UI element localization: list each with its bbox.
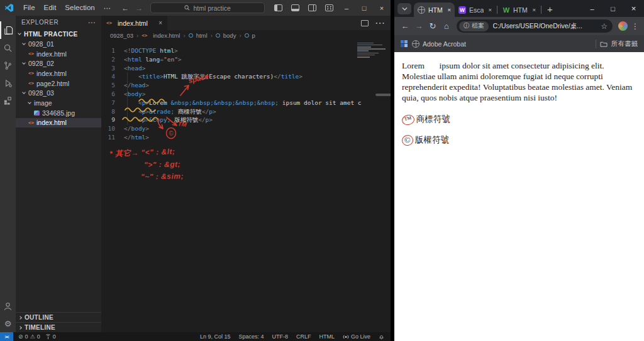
tree-item-image[interactable]: image <box>16 98 101 108</box>
tree-item-index.html[interactable]: <>index.html <box>16 49 101 59</box>
tree-root-html-practice[interactable]: HTML PRACTICE <box>16 29 101 39</box>
tree-item-334685.jpg[interactable]: 334685.jpg <box>16 108 101 118</box>
close-tab-icon[interactable]: × <box>447 6 451 13</box>
code-line-6[interactable]: 6<body> <box>101 90 391 99</box>
browser-tab-strip: HTM×WEsca×WHTM× + – □ × <box>394 0 644 17</box>
forward-arrow-icon[interactable]: → <box>135 4 143 13</box>
ports-indicator[interactable]: 0 <box>45 333 56 340</box>
line-number: 5 <box>101 81 115 90</box>
line-number: 9 <box>101 116 115 124</box>
browser-home-icon[interactable]: ⌂ <box>440 21 453 31</box>
back-arrow-icon[interactable]: ← <box>121 4 129 13</box>
code-editor[interactable]: 1<!DOCTYPE html>2<html lang="en">3<head>… <box>101 40 391 142</box>
address-bar[interactable]: ⓘ 檔案 C:/Users/USER/OneDrive/桌... ☆ <box>457 19 613 33</box>
editor-more-icon[interactable]: ⋯ <box>375 17 385 29</box>
site-info-chip[interactable]: ⓘ 檔案 <box>459 21 489 31</box>
apps-grid-icon[interactable] <box>401 40 408 47</box>
browser-tab-3[interactable]: WHTM× <box>499 3 540 17</box>
line-number: 4 <box>101 72 115 81</box>
account-icon[interactable] <box>0 297 16 315</box>
go-live-button[interactable]: Go Live <box>343 333 370 340</box>
code-line-9[interactable]: 9 <p>&copy; 版權符號</p> <box>101 116 391 124</box>
settings-gear-icon[interactable]: ⚙ <box>0 315 16 332</box>
chevron-right-icon <box>18 316 22 320</box>
browser-close-button[interactable]: × <box>623 0 644 17</box>
browser-tab-1[interactable]: HTM× <box>414 3 455 17</box>
browser-tab-2[interactable]: WEsca× <box>455 3 496 17</box>
tree-item-0928_01[interactable]: 0928_01 <box>16 39 101 49</box>
tree-item-index.html[interactable]: <>index.html <box>16 118 101 128</box>
close-tab-icon[interactable]: × <box>488 6 492 13</box>
breadcrumb[interactable]: 0928_03› <> index.html› html› body› p <box>101 30 391 40</box>
copyright-line: ©版權符號 <box>402 134 638 146</box>
toggle-secondary-sidebar-icon[interactable] <box>308 4 316 11</box>
browser-reload-icon[interactable]: ↻ <box>426 21 440 31</box>
tab-search-button[interactable] <box>397 3 411 14</box>
browser-window-controls: – □ × <box>582 0 644 17</box>
chevron-down-icon <box>22 41 26 45</box>
indentation-setting[interactable]: Spaces: 4 <box>238 333 264 340</box>
search-sidebar-icon[interactable] <box>0 39 16 57</box>
cursor-position[interactable]: Ln 9, Col 15 <box>200 333 231 340</box>
bell-icon[interactable] <box>379 333 384 340</box>
toggle-panel-icon[interactable] <box>291 4 299 11</box>
code-line-5[interactable]: 5</head> <box>101 81 391 90</box>
bookmark-adobe-acrobat[interactable]: Adobe Acrobat <box>412 40 466 48</box>
menu-overflow[interactable]: ⋯ <box>99 4 116 13</box>
code-line-1[interactable]: 1<!DOCTYPE html> <box>101 46 391 55</box>
explorer-more-icon[interactable]: ⋯ <box>87 18 96 27</box>
browser-menu-icon[interactable]: ⋮ <box>630 22 640 31</box>
html-file-icon: <> <box>106 20 112 26</box>
vscode-maximize-button[interactable]: □ <box>355 0 373 16</box>
browser-maximize-button[interactable]: □ <box>602 0 623 17</box>
outline-panel[interactable]: OUTLINE <box>16 312 101 322</box>
encoding-setting[interactable]: UTF-8 <box>272 333 288 340</box>
code-line-3[interactable]: 3<head> <box>101 64 391 73</box>
split-editor-icon[interactable] <box>361 20 369 26</box>
run-debug-icon[interactable] <box>0 74 16 92</box>
customize-layout-icon[interactable] <box>325 4 333 11</box>
all-bookmarks-button[interactable]: 所有書籤 <box>611 40 638 48</box>
extension-icon[interactable] <box>618 21 628 31</box>
new-tab-button[interactable]: + <box>547 4 553 14</box>
menu-edit[interactable]: Edit <box>40 4 61 13</box>
tree-item-0928_02[interactable]: 0928_02 <box>16 58 101 68</box>
code-line-10[interactable]: 10</body> <box>101 124 391 133</box>
code-line-11[interactable]: 11</html> <box>101 133 391 142</box>
extensions-icon[interactable] <box>0 92 16 109</box>
tree-item-0928_03[interactable]: 0928_03 <box>16 88 101 98</box>
html-file-icon: <> <box>28 80 34 86</box>
eol-setting[interactable]: CRLF <box>296 333 311 340</box>
browser-back-icon[interactable]: ← <box>398 21 412 31</box>
vscode-close-button[interactable]: × <box>373 0 391 16</box>
vscode-minimize-button[interactable]: – <box>338 0 355 16</box>
editor-tab-index-html[interactable]: <> index.html × <box>101 16 168 30</box>
language-mode[interactable]: HTML <box>319 333 335 340</box>
menu-selection[interactable]: Selection <box>60 4 99 13</box>
menu-file[interactable]: File <box>19 4 40 13</box>
close-tab-icon[interactable]: × <box>158 19 162 26</box>
source-control-icon[interactable] <box>0 57 16 74</box>
minimap[interactable] <box>355 41 389 58</box>
code-text: <html lang="en"> <box>124 55 182 64</box>
code-line-7[interactable]: 7 <p>Lorem &nbsp;&nbsp;&nbsp;&nbsp;&nbsp… <box>101 99 391 107</box>
timeline-panel[interactable]: TIMELINE <box>16 322 101 332</box>
tree-item-index.html[interactable]: <>index.html <box>16 68 101 78</box>
code-line-4[interactable]: 4 <title>HTML 跳脫字元(Escape characters)</t… <box>101 72 391 81</box>
code-line-2[interactable]: 2<html lang="en"> <box>101 55 391 64</box>
divider <box>596 40 596 48</box>
browser-forward-icon[interactable]: → <box>412 21 426 31</box>
tree-item-label: 334685.jpg <box>42 109 75 117</box>
browser-minimize-button[interactable]: – <box>582 0 602 17</box>
remote-indicator[interactable]: >< <box>0 332 13 341</box>
problems-indicator[interactable]: ⊘0 ⚠0 <box>18 333 40 340</box>
close-tab-icon[interactable]: × <box>532 6 536 13</box>
horizontal-scrollbar[interactable] <box>375 94 391 96</box>
toggle-sidebar-icon[interactable] <box>274 4 282 11</box>
workspace-search-box[interactable]: html practice <box>150 3 265 13</box>
explorer-icon[interactable] <box>0 21 16 39</box>
bookmark-star-icon[interactable]: ☆ <box>601 22 608 31</box>
browser-window: HTM×WEsca×WHTM× + – □ × ← → ↻ ⌂ ⓘ 檔案 C:/… <box>394 0 644 341</box>
code-line-8[interactable]: 8 <p>&trade; 商標符號</p> <box>101 107 391 116</box>
tree-item-page2.html[interactable]: <>page2.html <box>16 78 101 89</box>
